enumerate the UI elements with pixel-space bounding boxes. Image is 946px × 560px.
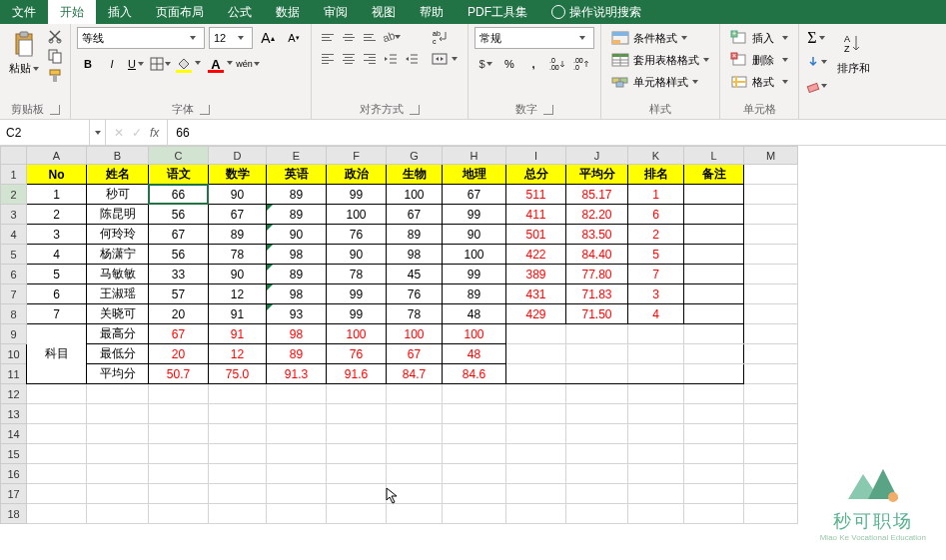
cell-L14[interactable] [684,424,744,444]
column-header-A[interactable]: A [27,147,87,165]
cell-M9[interactable] [744,324,798,344]
cell-L6[interactable] [684,265,744,284]
formula-input[interactable]: 66 [168,120,946,145]
underline-button[interactable]: U [125,53,147,75]
spreadsheet-grid[interactable]: ABCDEFGHIJKLM1No姓名语文数学英语政治生物地理总分平均分排名备注2… [0,146,946,524]
cell-H17[interactable] [443,484,506,504]
cell-C10[interactable]: 20 [149,344,209,364]
format-painter-button[interactable] [46,67,64,85]
cell-I4[interactable]: 501 [506,225,566,245]
cell-E13[interactable] [267,404,327,424]
cell-A6[interactable]: 5 [27,265,87,284]
cell-G4[interactable]: 89 [387,225,443,245]
cell-G16[interactable] [387,464,443,484]
cell-H13[interactable] [443,404,506,424]
cell-G15[interactable] [387,444,443,464]
decrease-decimal-button[interactable]: .00.0 [570,53,592,75]
cell-M5[interactable] [744,245,798,265]
cell-E11[interactable]: 91.3 [267,364,327,384]
name-box-dropdown[interactable] [90,120,106,145]
cell-I9[interactable] [506,324,566,344]
cell-A17[interactable] [27,484,87,504]
cell-H18[interactable] [443,504,506,524]
cell-G7[interactable]: 76 [387,284,443,304]
cell-B4[interactable]: 何玲玲 [87,225,149,245]
increase-decimal-button[interactable]: .0.00 [546,53,568,75]
cell-B9[interactable]: 最高分 [87,324,149,344]
align-right-button[interactable] [360,49,380,69]
cell-E1[interactable]: 英语 [267,165,327,185]
cell-I14[interactable] [506,424,566,444]
cell-J7[interactable]: 71.83 [566,284,628,304]
row-header-1[interactable]: 1 [1,165,27,185]
merge-center-button[interactable] [428,49,462,69]
cell-H1[interactable]: 地理 [443,165,506,185]
cell-E6[interactable]: 89 [267,265,327,284]
cell-H7[interactable]: 89 [443,284,506,304]
cell-F4[interactable]: 76 [327,225,387,245]
cell-H10[interactable]: 48 [443,344,506,364]
cell-B16[interactable] [87,464,149,484]
cell-C13[interactable] [149,404,209,424]
grow-font-button[interactable]: A▴ [257,27,279,49]
cell-D1[interactable]: 数学 [209,165,267,185]
cell-C2[interactable]: 66 [149,185,209,205]
cell-L13[interactable] [684,404,744,424]
cell-I7[interactable]: 431 [506,284,566,304]
cell-K8[interactable]: 4 [628,304,684,324]
cell-I1[interactable]: 总分 [506,165,566,185]
cell-H16[interactable] [443,464,506,484]
cell-H5[interactable]: 100 [443,245,506,265]
cell-H8[interactable]: 48 [443,304,506,324]
cell-J18[interactable] [566,504,628,524]
row-header-10[interactable]: 10 [1,344,27,364]
clear-button[interactable] [805,75,827,97]
cell-E8[interactable]: 93 [267,304,327,324]
autosum-button[interactable]: Σ [805,27,827,49]
cell-M6[interactable] [744,265,798,284]
cell-D2[interactable]: 90 [209,185,267,205]
cell-M17[interactable] [744,484,798,504]
cell-C3[interactable]: 56 [149,205,209,225]
cell-M2[interactable] [744,185,798,205]
cell-J13[interactable] [566,404,628,424]
cell-H6[interactable]: 99 [443,265,506,284]
tab-data[interactable]: 数据 [264,0,312,24]
cell-H11[interactable]: 84.6 [443,364,506,384]
cell-F18[interactable] [327,504,387,524]
cell-J17[interactable] [566,484,628,504]
tab-file[interactable]: 文件 [0,0,48,24]
cell-J9[interactable] [566,324,628,344]
cell-A8[interactable]: 7 [27,304,87,324]
dialog-launcher-icon[interactable] [543,105,553,115]
cell-J3[interactable]: 82.20 [566,205,628,225]
cell-C18[interactable] [149,504,209,524]
cell-L3[interactable] [684,205,744,225]
percent-format-button[interactable]: % [498,53,520,75]
cell-K18[interactable] [628,504,684,524]
row-header-6[interactable]: 6 [1,265,27,284]
column-header-F[interactable]: F [327,147,387,165]
cell-J12[interactable] [566,384,628,404]
cell-K9[interactable] [628,324,684,344]
cell-I15[interactable] [506,444,566,464]
cell-I13[interactable] [506,404,566,424]
cell-I3[interactable]: 411 [506,205,566,225]
cell-L8[interactable] [684,304,744,324]
row-header-3[interactable]: 3 [1,205,27,225]
cell-G6[interactable]: 45 [387,265,443,284]
cut-button[interactable] [46,27,64,45]
cell-A9[interactable]: 科目 [27,324,87,384]
cell-H4[interactable]: 90 [443,225,506,245]
cell-B13[interactable] [87,404,149,424]
cell-C12[interactable] [149,384,209,404]
cell-F5[interactable]: 90 [327,245,387,265]
row-header-7[interactable]: 7 [1,284,27,304]
cell-A4[interactable]: 3 [27,225,87,245]
cell-B11[interactable]: 平均分 [87,364,149,384]
cell-K6[interactable]: 7 [628,265,684,284]
cell-F15[interactable] [327,444,387,464]
cell-G14[interactable] [387,424,443,444]
cell-E17[interactable] [267,484,327,504]
cell-E12[interactable] [267,384,327,404]
